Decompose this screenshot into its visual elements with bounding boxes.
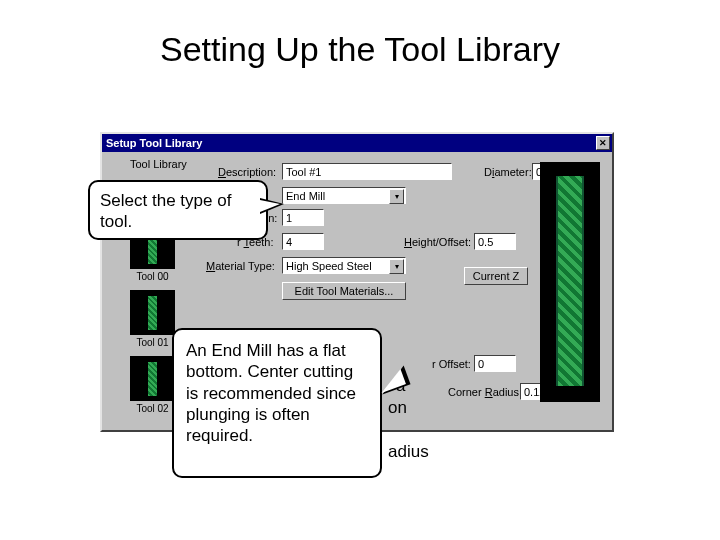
- tool-type-combo[interactable]: End Mill: [282, 187, 406, 204]
- tool-preview-bit: [556, 176, 584, 386]
- window-title-text: Setup Tool Library: [106, 137, 202, 149]
- material-combo[interactable]: High Speed Steel: [282, 257, 406, 274]
- tool-thumb-02-label: Tool 02: [130, 403, 175, 414]
- corner-radius-label: Corner Radius:: [448, 386, 522, 398]
- description-field[interactable]: Tool #1: [282, 163, 452, 180]
- current-z-button[interactable]: Current Z: [464, 267, 528, 285]
- callout-select-type: Select the type of tool.: [88, 180, 268, 240]
- fragment-adius: adius: [388, 442, 429, 462]
- fragment-on: on: [388, 398, 407, 418]
- teeth-field[interactable]: 4: [282, 233, 324, 250]
- r-offset-field[interactable]: 0: [474, 355, 516, 372]
- r-offset-label: r Offset:: [432, 358, 471, 370]
- tool-thumb-00-label: Tool 00: [130, 271, 175, 282]
- description-label: Description:: [218, 166, 276, 178]
- height-offset-field[interactable]: 0.5: [474, 233, 516, 250]
- tool-preview: [540, 162, 600, 402]
- edit-tool-materials-button[interactable]: Edit Tool Materials...: [282, 282, 406, 300]
- callout-1-tail-fill: [260, 200, 280, 212]
- window-titlebar: Setup Tool Library ✕: [102, 134, 612, 152]
- material-label: Material Type:: [206, 260, 275, 272]
- tool-thumb-01-label: Tool 01: [130, 337, 175, 348]
- height-offset-label: Height/Offset:: [404, 236, 471, 248]
- close-button[interactable]: ✕: [596, 136, 610, 150]
- diameter-label: Diameter:: [484, 166, 532, 178]
- station-field[interactable]: 1: [282, 209, 324, 226]
- tool-library-label: Tool Library: [130, 158, 187, 170]
- callout-end-mill-info: An End Mill has a flat bottom. Center cu…: [172, 328, 382, 478]
- tool-thumb-02[interactable]: Tool 02: [130, 356, 175, 414]
- tool-thumb-01[interactable]: Tool 01: [130, 290, 175, 348]
- page-title: Setting Up the Tool Library: [0, 30, 720, 69]
